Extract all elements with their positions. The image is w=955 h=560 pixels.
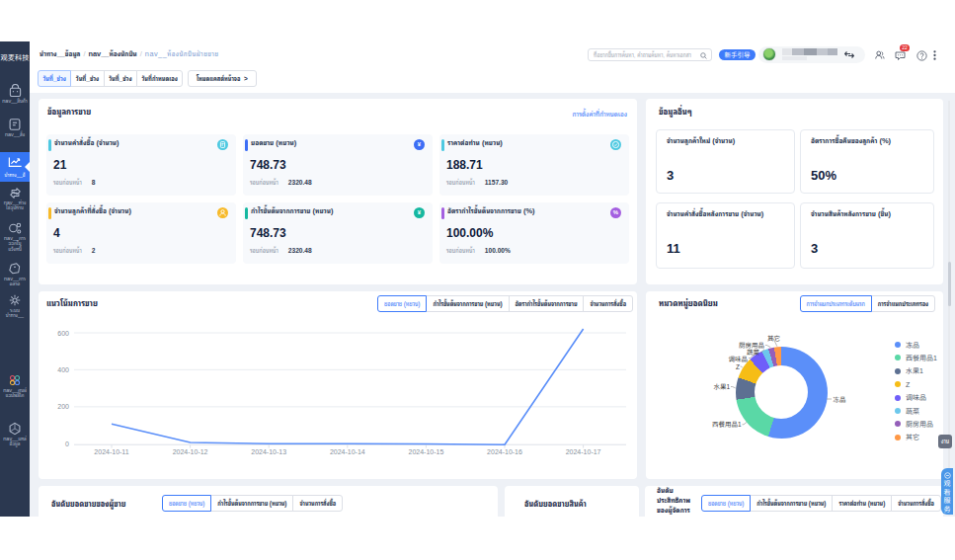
svg-text:2024-10-14: 2024-10-14: [330, 448, 365, 455]
svg-text:其它: 其它: [767, 335, 780, 342]
svg-text:冻品: 冻品: [834, 396, 846, 403]
svg-text:0: 0: [65, 440, 69, 447]
svg-text:2024-10-13: 2024-10-13: [251, 448, 286, 455]
svg-text:Z: Z: [736, 363, 740, 370]
svg-text:2024-10-11: 2024-10-11: [94, 448, 128, 455]
svg-text:2024-10-17: 2024-10-17: [566, 448, 601, 455]
svg-text:水果1: 水果1: [713, 383, 730, 390]
svg-text:200: 200: [57, 403, 69, 410]
svg-text:400: 400: [57, 366, 69, 373]
svg-text:调味品: 调味品: [729, 356, 749, 362]
svg-text:西餐用品1: 西餐用品1: [712, 421, 742, 428]
svg-text:2024-10-15: 2024-10-15: [408, 448, 443, 455]
svg-text:2024-10-16: 2024-10-16: [487, 448, 522, 455]
svg-text:2024-10-12: 2024-10-12: [173, 448, 208, 455]
svg-text:厨房用品: 厨房用品: [739, 342, 764, 349]
svg-text:蔬菜: 蔬菜: [747, 349, 760, 356]
svg-text:600: 600: [57, 330, 69, 337]
